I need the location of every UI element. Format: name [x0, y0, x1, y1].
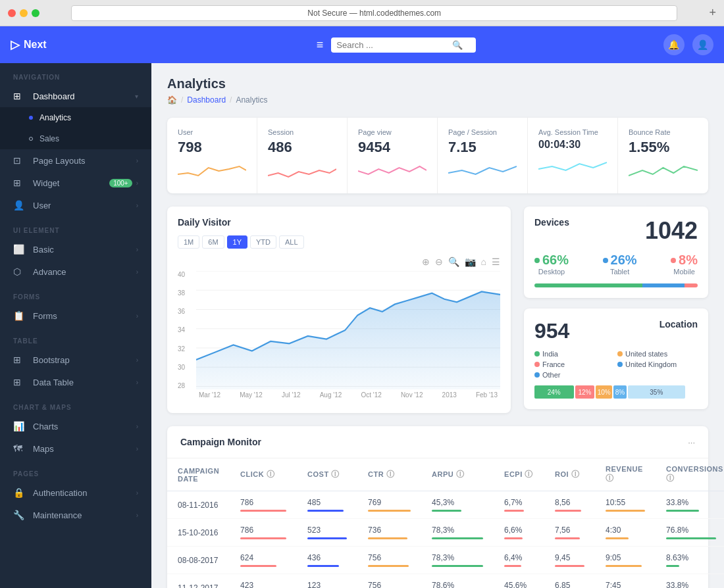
india-dot — [534, 351, 540, 356]
sidebar-item-basic[interactable]: ⬜ Basic › — [0, 238, 151, 260]
sidebar-item-authentication[interactable]: 🔒 Authentication › — [0, 481, 151, 504]
widget-icon: ⊞ — [13, 178, 26, 188]
zoom-out-icon[interactable]: ⊖ — [435, 257, 443, 267]
camera-icon[interactable]: 📷 — [465, 257, 476, 267]
col-revenue: REVENUE ⓘ — [595, 458, 656, 491]
legend-india: India — [534, 350, 615, 358]
search-icon: 🔍 — [452, 40, 463, 50]
sidebar: NAVIGATION ⊞ Dashboard ▾ Analytics Sales… — [0, 63, 151, 588]
table-cell: 9,45 — [544, 547, 595, 574]
maximize-button[interactable] — [32, 9, 39, 17]
devices-progress-bar — [534, 283, 698, 287]
filter-1y[interactable]: 1Y — [227, 235, 247, 249]
sidebar-item-page-layouts[interactable]: ⊡ Page Layouts › — [0, 149, 151, 172]
sidebar-item-label: Dashboard — [33, 91, 135, 101]
chevron-right-icon: › — [136, 268, 138, 276]
minimize-button[interactable] — [20, 9, 28, 17]
active-dot — [29, 116, 33, 120]
sidebar-item-user[interactable]: 👤 User › — [0, 194, 151, 216]
table-row: 08-11-201678648576945,3%6,7%8,5610:5533.… — [167, 491, 724, 519]
location-title: Location — [659, 319, 698, 330]
legend-us: United states — [617, 350, 698, 358]
sidebar-item-data-table[interactable]: ⊞ Data Table › — [0, 371, 151, 393]
desktop-dot — [534, 258, 540, 263]
sidebar-item-forms[interactable]: 📋 Forms › — [0, 305, 151, 327]
chart-section-label: CHART & MAPS — [0, 393, 151, 415]
us-label: United states — [625, 350, 667, 358]
sales-label: Sales — [39, 134, 138, 143]
user-avatar-button[interactable]: 👤 — [692, 34, 713, 55]
chevron-right-icon: › — [136, 312, 138, 320]
device-mobile: 8% Mobile — [671, 253, 698, 276]
filter-6m[interactable]: 6M — [202, 235, 224, 249]
maintenance-icon: 🔧 — [13, 510, 26, 520]
search-input[interactable] — [336, 40, 448, 50]
sidebar-item-charts[interactable]: 📊 Charts › — [0, 415, 151, 437]
sidebar-item-widget[interactable]: ⊞ Widget 100+ › — [0, 172, 151, 194]
table-row: 15-10-201678652373678,3%6,6%7,564:3076.8… — [167, 519, 724, 547]
chart-toolbar: ⊕ ⊖ 🔍 📷 ⌂ ☰ — [178, 257, 500, 267]
hamburger-icon[interactable]: ≡ — [317, 38, 324, 52]
table-cell: 624 — [230, 547, 297, 574]
main-content: Analytics 🏠 / Dashboard / Analytics User… — [151, 63, 724, 588]
stat-card-pageview: Page view 9454 — [348, 118, 438, 193]
france-dot — [534, 362, 540, 367]
sidebar-item-bootstrap[interactable]: ⊞ Bootstrap › — [0, 349, 151, 371]
home-reset-icon[interactable]: ⌂ — [481, 257, 486, 267]
legend-uk: United Kingdom — [617, 360, 698, 368]
maintenance-label: Maintenance — [33, 510, 136, 520]
device-stats: 66% Desktop 26% Tablet — [534, 253, 698, 276]
table-cell: 15-10-2016 — [167, 519, 230, 547]
campaign-menu-button[interactable]: ··· — [688, 437, 695, 447]
filter-1m[interactable]: 1M — [178, 235, 199, 249]
logo-text: Next — [24, 39, 47, 51]
table-cell: 123 — [297, 574, 357, 589]
analytics-label: Analytics — [39, 113, 138, 122]
table-row: 11-12-201742312375678,6%45,6%6,857:4533.… — [167, 574, 724, 589]
notification-button[interactable]: 🔔 — [663, 34, 685, 55]
daily-visitor-title: Daily Visitor — [178, 217, 500, 228]
page-title: Analytics — [167, 76, 708, 91]
chevron-right-icon: › — [136, 202, 138, 209]
new-tab-button[interactable]: + — [709, 6, 716, 20]
close-button[interactable] — [8, 9, 16, 17]
sidebar-item-dashboard[interactable]: ⊞ Dashboard ▾ — [0, 85, 151, 107]
chevron-right-icon: › — [136, 489, 138, 497]
sidebar-item-advance[interactable]: ⬡ Advance › — [0, 260, 151, 283]
desktop-pct: 66% — [542, 253, 569, 268]
page-layouts-icon: ⊡ — [13, 155, 26, 166]
search-bar: 🔍 — [331, 37, 476, 53]
devices-title: Devices — [534, 217, 569, 228]
sidebar-item-analytics[interactable]: Analytics — [0, 107, 151, 128]
sidebar-item-sales[interactable]: Sales — [0, 128, 151, 149]
url-bar[interactable]: Not Secure — html.codedthemes.com — [71, 5, 677, 21]
mobile-bar-seg — [685, 283, 698, 287]
auth-label: Authentication — [33, 488, 136, 498]
location-total: 954 — [534, 319, 569, 343]
data-table-label: Data Table — [33, 378, 136, 387]
device-tablet: 26% Tablet — [603, 253, 637, 276]
menu-icon[interactable]: ☰ — [492, 257, 500, 267]
table-cell: 6,85 — [544, 574, 595, 589]
tablet-pct: 26% — [611, 253, 637, 268]
table-header-row: CAMPAIGN DATE CLICK ⓘ COST ⓘ CTR ⓘ ARPU … — [167, 458, 724, 491]
filter-all[interactable]: ALL — [279, 235, 304, 249]
campaign-card: Campaign Monitor ··· CAMPAIGN DATE CLICK… — [167, 426, 708, 588]
stat-label-pageview: Page view — [358, 128, 427, 136]
device-desktop: 66% Desktop — [534, 253, 569, 276]
breadcrumb-dashboard[interactable]: Dashboard — [187, 95, 226, 105]
sidebar-item-maps[interactable]: 🗺 Maps › — [0, 437, 151, 460]
sparkline-pageview — [358, 161, 427, 181]
stat-label-session: Session — [268, 128, 336, 136]
sidebar-item-maintenance[interactable]: 🔧 Maintenance › — [0, 504, 151, 526]
zoom-in-icon[interactable]: ⊕ — [422, 257, 430, 267]
page-header: Analytics 🏠 / Dashboard / Analytics — [167, 76, 708, 105]
col-conversions: CONVERSIONS ⓘ — [656, 458, 724, 491]
table-cell: 423 — [230, 574, 297, 589]
chevron-right-icon: › — [136, 180, 138, 187]
magnify-icon[interactable]: 🔍 — [448, 257, 459, 267]
col-roi: ROI ⓘ — [544, 458, 595, 491]
uk-label: United Kingdom — [625, 360, 677, 368]
filter-ytd[interactable]: YTD — [250, 235, 276, 249]
forms-label: Forms — [33, 311, 136, 321]
